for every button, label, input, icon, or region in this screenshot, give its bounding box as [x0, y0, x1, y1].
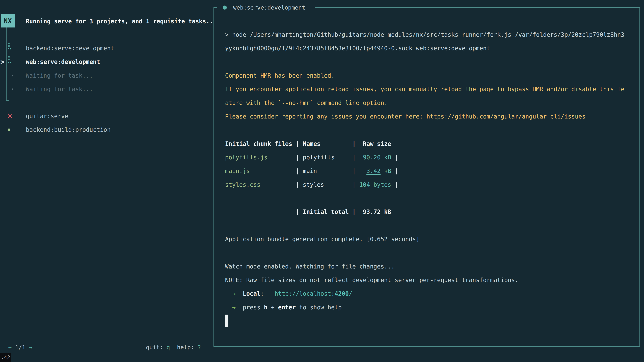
- terminal-text: NOTE: Raw file sizes do not reflect deve…: [225, 277, 518, 283]
- terminal-text: Local: [243, 290, 260, 297]
- panel-title: web:serve:development: [233, 3, 305, 12]
- selected-task-arrow-icon: >: [0, 55, 4, 69]
- terminal-text: [236, 290, 243, 297]
- task-label: Waiting for task...: [26, 82, 210, 96]
- terminal-text: kB: [380, 168, 391, 174]
- task-row[interactable]: >web:serve:development: [0, 55, 210, 69]
- terminal-text: yyknnbtgh0000gn/T/9f4c243785f8453e3f00/f…: [225, 45, 490, 52]
- task-label: backend:serve:development: [26, 41, 210, 55]
- terminal-text: Application bundle generation complete. …: [225, 236, 420, 243]
- terminal-text: [360, 168, 366, 174]
- terminal-line: [225, 246, 624, 260]
- terminal-text: ature with the `--no-hmr` command line o…: [225, 99, 388, 106]
- nx-logo-badge: NX: [1, 14, 15, 27]
- terminal-text: 104 bytes: [360, 181, 391, 188]
- terminal-line: styles.css | styles | 104 bytes |: [225, 178, 624, 192]
- terminal-text: styles: [303, 181, 352, 188]
- terminal-line: [225, 123, 624, 137]
- terminal-text: [250, 168, 296, 174]
- terminal-text: [225, 290, 232, 297]
- terminal-text: [264, 290, 274, 297]
- terminal-text: |: [391, 168, 398, 174]
- task-label: web:serve:development: [26, 55, 210, 69]
- terminal-text: [268, 154, 296, 161]
- terminal-text: |: [296, 181, 303, 188]
- terminal-line: > node /Users/mhartington/Github/guitars…: [225, 28, 624, 41]
- status-dot-icon: [223, 5, 227, 9]
- terminal-line: [225, 192, 624, 205]
- task-row[interactable]: Waiting for task...: [0, 69, 210, 82]
- terminal-cursor: [225, 315, 228, 327]
- terminal-text: styles.css: [225, 181, 260, 188]
- terminal-text: :: [260, 290, 264, 297]
- local-url-link[interactable]: 4200: [334, 290, 349, 297]
- terminal-line: NOTE: Raw file sizes do not reflect deve…: [225, 273, 624, 287]
- terminal-text: →: [232, 304, 236, 311]
- task-row[interactable]: guitar:serve: [0, 109, 210, 123]
- task-label: guitar:serve: [26, 109, 210, 123]
- task-pager: ← 1/1 →: [8, 342, 32, 353]
- terminal-text: enter: [278, 304, 296, 311]
- terminal-line: [225, 55, 624, 69]
- spinner-icon: [8, 43, 12, 51]
- terminal-line: [225, 314, 624, 328]
- pager-label: 1/1: [12, 344, 29, 351]
- terminal-line: Initial chunk files | Names | Raw size: [225, 137, 624, 151]
- terminal-line: → press h + enter to show help: [225, 301, 624, 314]
- terminal-text: |: [352, 181, 360, 188]
- quit-hint-key: q: [166, 344, 170, 351]
- success-square-icon: [8, 129, 10, 131]
- running-tasks-title: Running serve for 3 projects, and 1 requ…: [26, 15, 213, 28]
- terminal-line: | Initial total | 93.72 kB: [225, 205, 624, 219]
- nx-tui-screen: NX Running serve for 3 projects, and 1 r…: [0, 0, 644, 362]
- overlay-fraction-badge: .42: [0, 353, 11, 362]
- terminal-line: main.js | main | 3.42 kB |: [225, 164, 624, 178]
- task-label: Waiting for task...: [26, 69, 210, 82]
- terminal-text: +: [268, 304, 278, 311]
- terminal-text: Initial chunk files | Names | Raw size: [225, 140, 391, 147]
- terminal-text: |: [352, 154, 360, 161]
- terminal-line: → Local: http://localhost:4200/: [225, 287, 624, 301]
- pager-left-arrow-icon[interactable]: ←: [8, 344, 12, 351]
- pager-right-arrow-icon[interactable]: →: [29, 344, 32, 351]
- terminal-line: If you encounter application reload issu…: [225, 82, 624, 96]
- local-url-link[interactable]: http://localhost:: [274, 290, 334, 297]
- terminal-text: | Initial total | 93.72 kB: [296, 209, 391, 215]
- task-row[interactable]: Waiting for task...: [0, 82, 210, 96]
- terminal-text: [225, 209, 296, 215]
- quit-hint-label: quit:: [146, 344, 166, 351]
- terminal-line: Component HMR has been enabled.: [225, 69, 624, 82]
- task-row[interactable]: backend:build:production: [0, 123, 210, 137]
- terminal-line: Please consider reporting any issues you…: [225, 110, 624, 123]
- waiting-dot-icon: [12, 75, 13, 76]
- task-label: backend:build:production: [26, 123, 210, 137]
- terminal-text: press: [243, 304, 264, 311]
- terminal-text: [236, 304, 243, 311]
- terminal-text: main: [303, 168, 352, 174]
- terminal-text: 90.20 kB: [360, 154, 391, 161]
- terminal-text: |: [296, 154, 303, 161]
- terminal-line: Application bundle generation complete. …: [225, 232, 624, 246]
- terminal-line: Watch mode enabled. Watching for file ch…: [225, 260, 624, 273]
- terminal-line: polyfills.js | polyfills | 90.20 kB |: [225, 151, 624, 164]
- terminal-text: |: [391, 181, 398, 188]
- terminal-text: 3.42: [366, 168, 380, 174]
- local-url-link[interactable]: /: [349, 290, 352, 297]
- terminal-text: Component HMR has been enabled.: [225, 72, 334, 79]
- serve-task-group: backend:serve:development>web:serve:deve…: [0, 41, 210, 96]
- spinner-icon: [8, 56, 12, 64]
- terminal-line: [225, 219, 624, 232]
- terminal-text: |: [352, 168, 360, 174]
- terminal-text: polyfills: [303, 154, 352, 161]
- failed-x-icon: [8, 114, 12, 119]
- terminal-text: main.js: [225, 168, 250, 174]
- terminal-text: h: [264, 304, 268, 311]
- terminal-text: > node /Users/mhartington/Github/guitars…: [225, 31, 624, 38]
- terminal-text: [260, 181, 296, 188]
- terminal-text: polyfills.js: [225, 154, 268, 161]
- help-hint-label: help:: [177, 344, 198, 351]
- terminal-line: ature with the `--no-hmr` command line o…: [225, 96, 624, 110]
- waiting-dot-icon: [12, 88, 13, 90]
- task-group-connector-corner: [6, 100, 9, 101]
- task-row[interactable]: backend:serve:development: [0, 41, 210, 55]
